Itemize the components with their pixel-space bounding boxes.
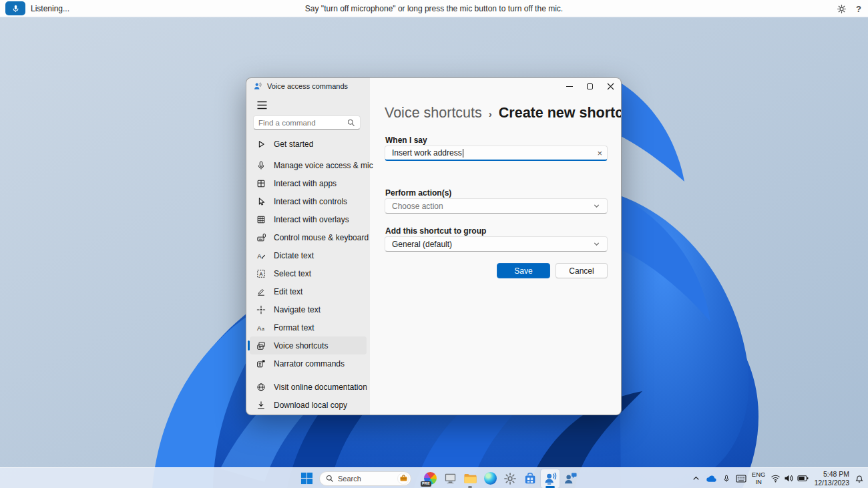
navigate-text-icon — [256, 304, 266, 315]
perform-action-label: Perform action(s) — [385, 188, 451, 198]
close-button[interactable] — [600, 78, 621, 94]
command-search-input[interactable] — [258, 119, 347, 127]
window-titlebar[interactable]: Voice access commands — [246, 78, 621, 94]
group-value: General (default) — [392, 240, 452, 249]
format-text-icon: Aa — [256, 322, 266, 333]
sidebar-item-label: Control mouse & keyboard — [274, 233, 369, 242]
onedrive-icon[interactable] — [706, 474, 717, 483]
sidebar-item-label: Format text — [274, 323, 314, 332]
search-icon — [347, 119, 355, 127]
grid-overlay-icon — [256, 214, 266, 225]
sidebar-item-label: Navigate text — [274, 305, 320, 314]
sidebar-item-select-text[interactable]: ASelect text — [250, 264, 367, 282]
sidebar-item-label: Get started — [274, 140, 313, 149]
sidebar-item-label: Manage voice access & mic — [274, 161, 373, 170]
window-title: Voice access commands — [267, 82, 348, 90]
time-text: 5:48 PM — [814, 470, 849, 479]
feedback-icon — [564, 471, 578, 485]
minimize-button[interactable] — [559, 78, 580, 94]
store-icon — [523, 472, 537, 485]
sidebar-item-manage-voice-access-mic[interactable]: Manage voice access & mic — [250, 156, 367, 174]
taskbar-voice-access-icon[interactable] — [541, 469, 560, 488]
sidebar-footer: Visit online documentationDownload local… — [246, 378, 370, 414]
chevron-right-icon: › — [489, 108, 492, 119]
download-icon — [256, 400, 266, 411]
narrator-icon — [256, 358, 266, 369]
svg-text:a: a — [262, 326, 264, 330]
group-label: Add this shortcut to group — [385, 226, 486, 236]
taskbar-settings-gear-icon[interactable] — [501, 469, 519, 488]
voice-settings-gear-icon[interactable] — [837, 4, 847, 14]
sidebar-item-navigate-text[interactable]: Navigate text — [250, 300, 367, 318]
start-button[interactable] — [298, 470, 315, 487]
sidebar-item-label: Interact with apps — [274, 179, 337, 188]
cancel-button[interactable]: Cancel — [556, 263, 608, 278]
when-i-say-label: When I say — [385, 136, 427, 145]
search-highlights-icon — [397, 473, 409, 485]
microphone-tray-icon[interactable] — [722, 474, 730, 483]
sidebar-item-label: Interact with overlays — [274, 215, 349, 224]
quick-settings-group[interactable] — [771, 474, 809, 483]
sidebar-item-edit-text[interactable]: Edit text — [250, 282, 367, 300]
edge-icon — [484, 472, 497, 485]
system-tray: ENG IN 5:48 PM 12/13/2023 — [692, 468, 864, 488]
sidebar-item-get-started[interactable]: Get started — [250, 135, 367, 153]
notifications-bell-icon[interactable] — [855, 473, 864, 483]
breadcrumb: Voice shortcuts › Create new shortcut — [385, 105, 622, 121]
taskbar-feedback-icon[interactable] — [561, 469, 580, 488]
sidebar-item-format-text[interactable]: AaFormat text — [250, 318, 367, 336]
voice-help-icon[interactable]: ? — [856, 4, 861, 14]
language-indicator[interactable]: ENG IN — [752, 471, 766, 485]
breadcrumb-voice-shortcuts[interactable]: Voice shortcuts — [385, 105, 482, 121]
chevron-up-icon[interactable] — [692, 474, 700, 483]
sidebar-item-dictate-text[interactable]: ADictate text — [250, 246, 367, 264]
group-select[interactable]: General (default) — [385, 236, 608, 252]
touch-keyboard-icon[interactable] — [736, 475, 746, 483]
save-button[interactable]: Save — [497, 263, 550, 278]
sidebar-item-visit-online-documentation[interactable]: Visit online documentation — [250, 378, 367, 396]
sidebar-item-interact-with-apps[interactable]: Interact with apps — [250, 174, 367, 192]
taskbar: Search PRE — [0, 467, 868, 488]
maximize-button[interactable] — [580, 78, 600, 94]
sidebar-item-label: Interact with controls — [274, 197, 347, 206]
sidebar-item-control-mouse-keyboard[interactable]: Control mouse & keyboard — [250, 228, 367, 246]
sidebar-item-interact-with-controls[interactable]: Interact with controls — [250, 192, 367, 210]
voice-shortcuts-icon — [256, 340, 266, 351]
sidebar-item-label: Select text — [274, 269, 311, 278]
maximize-icon — [587, 83, 593, 89]
play-icon — [256, 139, 266, 150]
commands-sidebar: Get startedManage voice access & micInte… — [246, 94, 370, 415]
page-title: Create new shortcut — [499, 105, 622, 121]
taskbar-file-explorer-icon[interactable] — [461, 469, 479, 488]
taskbar-device-icon[interactable] — [441, 469, 459, 488]
sidebar-item-voice-shortcuts[interactable]: Voice shortcuts — [250, 336, 367, 354]
mouse-keyboard-icon — [256, 232, 266, 243]
sidebar-menu: Get startedManage voice access & micInte… — [246, 135, 370, 373]
taskbar-preview-app-icon[interactable]: PRE — [421, 469, 439, 488]
perform-action-select[interactable]: Choose action — [385, 198, 608, 214]
globe-icon — [256, 382, 266, 393]
search-icon — [326, 475, 334, 483]
when-i-say-input[interactable]: Insert work address × — [385, 146, 608, 161]
hamburger-menu-button[interactable] — [254, 98, 270, 111]
settings-gear-icon — [503, 472, 517, 485]
sidebar-item-download-local-copy[interactable]: Download local copy — [250, 396, 367, 414]
cursor-icon — [256, 196, 266, 207]
taskbar-search-box[interactable]: Search — [319, 471, 411, 486]
sidebar-item-narrator-commands[interactable]: Narrator commands — [250, 354, 367, 373]
edit-text-icon — [256, 286, 266, 297]
clock[interactable]: 5:48 PM 12/13/2023 — [814, 470, 849, 487]
sidebar-item-interact-with-overlays[interactable]: Interact with overlays — [250, 210, 367, 228]
taskbar-edge-icon[interactable] — [481, 469, 499, 488]
voice-access-icon — [544, 471, 558, 485]
taskbar-app-icons: PRE — [420, 469, 580, 488]
svg-text:A: A — [257, 252, 262, 259]
chevron-down-icon — [593, 240, 600, 248]
wifi-icon — [771, 474, 781, 483]
command-search-box[interactable] — [253, 115, 361, 130]
perform-action-value: Choose action — [392, 202, 443, 211]
taskbar-search-label: Search — [338, 475, 393, 483]
dictate-icon: A — [256, 250, 266, 261]
taskbar-store-icon[interactable] — [521, 469, 539, 488]
clear-text-icon[interactable]: × — [597, 148, 602, 159]
